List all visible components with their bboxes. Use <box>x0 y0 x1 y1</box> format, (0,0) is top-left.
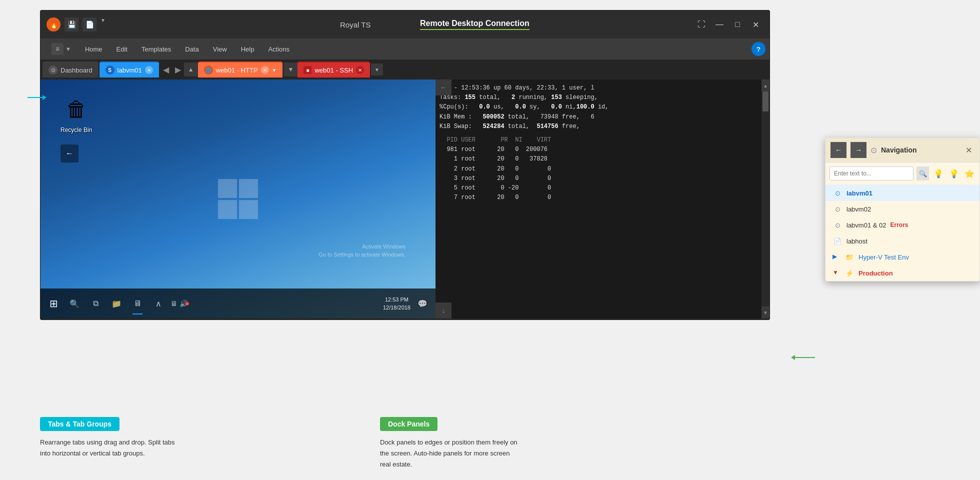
nav-bulb-on-button[interactable]: 💡 <box>932 166 944 180</box>
dock-annotation-tag: Dock Panels <box>380 417 438 431</box>
taskbar-search[interactable]: 🔍 <box>66 294 84 312</box>
nav-hyper-v-icon: 📁 <box>844 252 854 262</box>
recycle-bin-icon: 🗑 <box>62 94 92 124</box>
nav-labvm01-icon: ⊙ <box>832 188 842 198</box>
menu-bar: ≡ ▼ Home Edit Templates Data View Help A… <box>40 38 770 60</box>
tab-labvm01-close[interactable]: ✕ <box>145 66 153 74</box>
tabs-bar: ⊙ Dashboard S labvm01 ✕ ◀ ▶ ▲ 🌐 web01 - … <box>40 60 770 80</box>
tab-nav-prev[interactable]: ◀ <box>160 65 172 74</box>
tab-web01-http-close[interactable]: ✕ <box>261 66 269 74</box>
menu-templates[interactable]: Templates <box>134 42 178 56</box>
close-button[interactable]: ✕ <box>748 18 764 32</box>
scroll-up-btn[interactable]: ▲ <box>762 80 770 92</box>
start-button[interactable]: ⊞ <box>44 294 62 312</box>
taskbar-task-view[interactable]: ⧉ <box>86 294 104 312</box>
menu-help[interactable]: Help <box>234 42 262 56</box>
panel-nav-bottom: ↓ <box>436 302 452 318</box>
term-row-4: 3 root 20 0 0 <box>440 174 766 184</box>
windows-logo-watermark <box>218 179 258 219</box>
taskbar-rdp[interactable]: 🖥 <box>128 294 146 312</box>
volume-mute-icon: ✕ <box>185 302 189 306</box>
taskbar-clock: 12:53 PM 12/18/2018 <box>383 296 410 312</box>
tab-web01-ssh-close[interactable]: ✕ <box>356 66 364 74</box>
back-button[interactable]: ← <box>60 144 78 162</box>
nav-search-button[interactable]: 🔍 <box>916 166 929 180</box>
panel-nav-down[interactable]: ↓ <box>436 302 452 318</box>
maximize-button[interactable]: □ <box>730 18 746 32</box>
nav-labhost-label: labhost <box>846 238 868 245</box>
menu-data[interactable]: Data <box>178 42 206 56</box>
nav-item-labvm01-02[interactable]: ⊙ labvm01 & 02 Errors <box>826 217 980 233</box>
term-row-1: 981 root 20 0 200076 <box>440 145 766 154</box>
nav-item-labhost[interactable]: 📄 labhost <box>826 233 980 249</box>
menu-home[interactable]: Home <box>78 42 110 56</box>
tab-web01-http[interactable]: 🌐 web01 - HTTP ✕ ▼ <box>198 62 283 78</box>
tab-nav-next[interactable]: ▶ <box>172 65 184 74</box>
scroll-down-btn2[interactable]: ▼ <box>762 306 770 318</box>
nav-item-production[interactable]: ▼ ⚡ Production <box>826 265 980 281</box>
terminal-scrollbar: ▲ ▼ <box>762 80 770 318</box>
scroll-thumb[interactable] <box>762 92 768 112</box>
fullscreen-button[interactable]: ⛶ <box>694 18 710 32</box>
tabs-dropdown-btn[interactable]: ▼ <box>371 64 383 76</box>
nav-item-labvm01[interactable]: ⊙ labvm01 <box>826 185 980 201</box>
recycle-bin[interactable]: 🗑 Recycle Bin <box>60 94 92 134</box>
nav-search-row: 🔍 💡 💡 ⭐ <box>826 162 980 185</box>
scroll-up-btn[interactable]: ▲ <box>184 62 198 76</box>
panel-nav-top: ← <box>436 80 452 96</box>
app-icon: 🔥 <box>46 18 60 32</box>
tabs-annotation-arrow <box>28 95 46 100</box>
save-button[interactable]: 💾 <box>64 18 78 32</box>
tab-dashboard[interactable]: ⊙ Dashboard <box>42 62 98 78</box>
nav-next-button[interactable]: → <box>850 142 866 158</box>
scroll-down-btn[interactable]: ▼ <box>284 62 298 76</box>
nav-labvm01-label: labvm01 <box>846 190 872 197</box>
nav-item-hyper-v[interactable]: ▶ 📁 Hyper-V Test Env <box>826 249 980 265</box>
content-area: 🗑 Recycle Bin ← Activate Windows Go to S… <box>40 80 770 318</box>
nav-labvm01-02-error: Errors <box>890 222 908 228</box>
systray-network[interactable]: 🖥 <box>170 300 178 308</box>
bottom-annotations: Tabs & Tab Groups Rearrange tabs using d… <box>40 417 520 470</box>
term-line-2: Tasks: 155 total, 2 running, 153 sleepin… <box>440 93 766 102</box>
nav-item-labvm02[interactable]: ⊙ labvm02 <box>826 201 980 217</box>
tab-web01-http-dropdown[interactable]: ▼ <box>272 68 277 73</box>
nav-hyper-v-label: Hyper-V Test Env <box>858 254 909 261</box>
nav-prev-button[interactable]: ← <box>830 142 846 158</box>
document-button[interactable]: 📄 <box>82 18 96 32</box>
nav-close-button[interactable]: ✕ <box>962 144 974 156</box>
tab-labvm01[interactable]: S labvm01 ✕ <box>100 62 159 78</box>
tabs-annotation-tag: Tabs & Tab Groups <box>40 417 120 431</box>
taskbar-chevron[interactable]: ∧ <box>150 294 168 312</box>
connection-title: Remote Desktop Connection <box>420 19 530 30</box>
tab-web01-ssh[interactable]: ■ web01 - SSH ✕ <box>298 62 370 78</box>
menu-actions[interactable]: Actions <box>261 42 296 56</box>
term-row-2: 1 root 20 0 37828 <box>440 154 766 164</box>
menu-notebook-icon[interactable]: ≡ ▼ <box>44 40 78 58</box>
term-line-1: top - 12:53:36 up 60 days, 22:33, 1 user… <box>440 84 766 93</box>
tab-labvm01-label: labvm01 <box>118 66 142 74</box>
navigation-panel: ← → ⊙ Navigation ✕ 🔍 💡 💡 ⭐ ⊙ labvm01 ⊙ l… <box>825 138 980 282</box>
term-line-5: KiB Swap: 524284 total, 514756 free, <box>440 122 766 132</box>
hyper-v-expand-icon: ▶ <box>832 253 840 261</box>
win-taskbar: ⊞ 🔍 ⧉ 📁 🖥 ∧ 🖥 🔊 ✕ 12:53 PM 12/18/2018 <box>40 288 436 318</box>
notification-center[interactable]: 💬 <box>414 294 432 312</box>
systray-volume[interactable]: 🔊 ✕ <box>180 300 188 308</box>
minimize-button[interactable]: — <box>712 18 728 32</box>
tab-web01-ssh-label: web01 - SSH <box>314 66 353 74</box>
app-title: Royal TS <box>340 20 370 29</box>
panel-nav-left[interactable]: ← <box>436 80 452 96</box>
menu-view[interactable]: View <box>206 42 234 56</box>
nav-production-label: Production <box>858 270 893 277</box>
taskbar-explorer[interactable]: 📁 <box>108 294 126 312</box>
tabs-annotation-text: Rearrange tabs using drag and drop. Spli… <box>40 437 180 459</box>
recycle-bin-label: Recycle Bin <box>60 126 92 134</box>
help-button[interactable]: ? <box>752 42 766 56</box>
term-header-row: PID USER PR NI VIRT <box>440 136 766 145</box>
ssh-panel: ← ↓ top - 12:53:36 up 60 days, 22:33, 1 … <box>436 80 770 318</box>
nav-search-input[interactable] <box>830 166 914 180</box>
menu-edit[interactable]: Edit <box>110 42 134 56</box>
term-row-5: 5 root 0 -20 0 <box>440 184 766 193</box>
dropdown-arrow[interactable]: ▼ <box>100 18 110 32</box>
nav-bulb-off-button[interactable]: 💡 <box>948 166 960 180</box>
nav-star-button[interactable]: ⭐ <box>963 166 976 180</box>
